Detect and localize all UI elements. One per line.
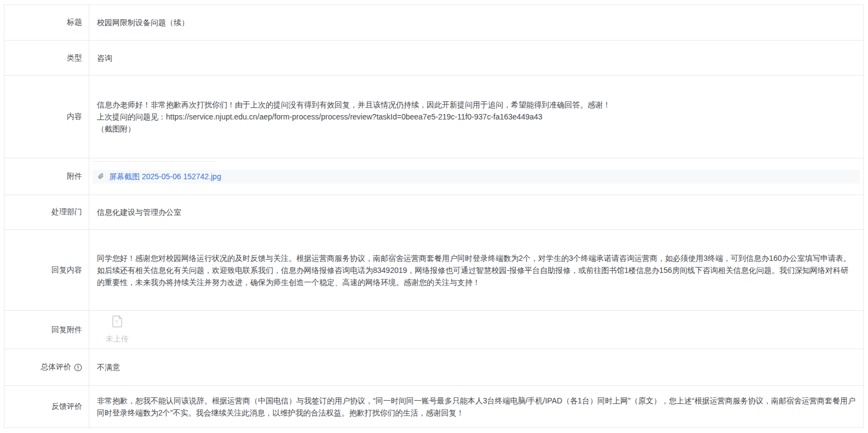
content-label: 内容 bbox=[4, 76, 89, 158]
attachment-divider bbox=[93, 161, 216, 162]
empty-upload-text: 未上传 bbox=[106, 333, 129, 345]
overall-rating-label: 总体评价 bbox=[4, 349, 89, 385]
overall-rating-value: 不满意 bbox=[89, 349, 863, 385]
feedback-label: 反馈评价 bbox=[4, 386, 89, 428]
row-department: 处理部门 信息化建设与管理办公室 bbox=[4, 195, 863, 230]
reply-content-label: 回复内容 bbox=[4, 230, 89, 310]
row-overall-rating: 总体评价 不满意 bbox=[4, 349, 863, 386]
reply-content-value: 同学您好！感谢您对校园网络运行状况的及时反馈与关注。根据运营商服务协议，南邮宿舍… bbox=[89, 230, 863, 310]
exclamation-circle-icon[interactable] bbox=[74, 363, 82, 372]
attachment-item[interactable]: 屏幕截图 2025-05-06 152742.jpg bbox=[93, 170, 860, 184]
department-value: 信息化建设与管理办公室 bbox=[89, 195, 863, 229]
attachment-cell: 屏幕截图 2025-05-06 152742.jpg bbox=[89, 158, 863, 195]
row-reply-attachment: 回复附件 ? 未上传 bbox=[4, 311, 863, 349]
feedback-value: 非常抱歉，恕我不能认同该说辞。根据运营商（中国电信）与我签订的用户协议，“同一时… bbox=[89, 386, 863, 428]
row-reply-content: 回复内容 同学您好！感谢您对校园网络运行状况的及时反馈与关注。根据运营商服务协议… bbox=[4, 230, 863, 311]
content-value: 信息办老师好！非常抱歉再次打扰你们！由于上次的提问没有得到有效回复，并且该情况仍… bbox=[89, 76, 863, 158]
department-label: 处理部门 bbox=[4, 195, 89, 229]
reply-attachment-cell: ? 未上传 bbox=[89, 311, 863, 349]
reply-attachment-label: 回复附件 bbox=[4, 311, 89, 349]
type-label: 类型 bbox=[4, 41, 89, 75]
svg-text:?: ? bbox=[115, 318, 118, 324]
paperclip-icon bbox=[97, 173, 105, 180]
row-attachment: 附件 屏幕截图 2025-05-06 152742.jpg bbox=[4, 158, 863, 195]
attachment-label: 附件 bbox=[4, 158, 89, 195]
row-title: 标题 校园网限制设备问题（续） bbox=[4, 5, 863, 41]
title-value: 校园网限制设备问题（续） bbox=[89, 5, 863, 40]
row-content: 内容 信息办老师好！非常抱歉再次打扰你们！由于上次的提问没有得到有效回复，并且该… bbox=[4, 76, 863, 158]
ticket-detail-table: 标题 校园网限制设备问题（续） 类型 咨询 内容 信息办老师好！非常抱歉再次打扰… bbox=[4, 4, 864, 428]
attachment-file-link[interactable]: 屏幕截图 2025-05-06 152742.jpg bbox=[109, 170, 221, 183]
row-type: 类型 咨询 bbox=[4, 41, 863, 76]
title-label: 标题 bbox=[4, 5, 89, 40]
row-feedback: 反馈评价 非常抱歉，恕我不能认同该说辞。根据运营商（中国电信）与我签订的用户协议… bbox=[4, 386, 863, 428]
empty-upload-placeholder: ? 未上传 bbox=[106, 315, 129, 345]
file-question-icon: ? bbox=[112, 315, 123, 331]
type-value: 咨询 bbox=[89, 41, 863, 75]
